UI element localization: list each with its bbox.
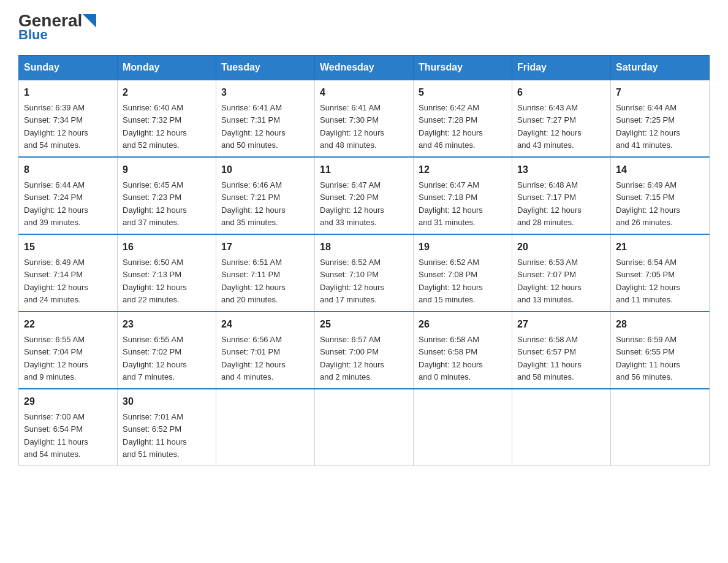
calendar-cell: 16 Sunrise: 6:50 AMSunset: 7:13 PMDaylig… — [118, 234, 216, 312]
day-number: 29 — [24, 394, 112, 409]
calendar-cell — [216, 389, 315, 466]
day-info: Sunrise: 6:51 AMSunset: 7:11 PMDaylight:… — [221, 258, 286, 304]
calendar-cell: 28 Sunrise: 6:59 AMSunset: 6:55 PMDaylig… — [611, 312, 710, 389]
day-number: 10 — [221, 163, 309, 177]
day-info: Sunrise: 6:58 AMSunset: 6:58 PMDaylight:… — [419, 335, 483, 381]
day-number: 23 — [123, 317, 211, 332]
calendar-cell: 23 Sunrise: 6:55 AMSunset: 7:02 PMDaylig… — [118, 312, 216, 389]
calendar-cell: 20 Sunrise: 6:53 AMSunset: 7:07 PMDaylig… — [512, 234, 611, 312]
day-info: Sunrise: 6:43 AMSunset: 7:27 PMDaylight:… — [517, 103, 582, 150]
day-number: 6 — [517, 85, 605, 100]
day-number: 19 — [419, 240, 507, 255]
day-number: 9 — [123, 163, 211, 177]
calendar-cell: 6 Sunrise: 6:43 AMSunset: 7:27 PMDayligh… — [512, 80, 611, 157]
page-header: General Blue — [18, 12, 710, 43]
day-info: Sunrise: 6:56 AMSunset: 7:01 PMDaylight:… — [221, 335, 286, 381]
calendar-cell: 21 Sunrise: 6:54 AMSunset: 7:05 PMDaylig… — [611, 234, 710, 312]
day-info: Sunrise: 6:42 AMSunset: 7:28 PMDaylight:… — [419, 103, 483, 150]
day-info: Sunrise: 6:41 AMSunset: 7:30 PMDaylight:… — [320, 103, 384, 150]
week-row-1: 1 Sunrise: 6:39 AMSunset: 7:34 PMDayligh… — [19, 80, 710, 157]
day-info: Sunrise: 6:49 AMSunset: 7:15 PMDaylight:… — [616, 180, 680, 227]
logo-blue-text: Blue — [18, 27, 48, 43]
day-info: Sunrise: 6:57 AMSunset: 7:00 PMDaylight:… — [320, 335, 384, 381]
day-number: 1 — [24, 85, 112, 100]
svg-marker-0 — [83, 14, 96, 28]
logo-triangle-icon — [83, 14, 96, 28]
day-info: Sunrise: 6:50 AMSunset: 7:13 PMDaylight:… — [123, 258, 187, 304]
calendar-cell: 25 Sunrise: 6:57 AMSunset: 7:00 PMDaylig… — [315, 312, 414, 389]
weekday-header-friday: Friday — [512, 56, 611, 80]
calendar-cell: 11 Sunrise: 6:47 AMSunset: 7:20 PMDaylig… — [315, 157, 414, 234]
day-info: Sunrise: 7:01 AMSunset: 6:52 PMDaylight:… — [123, 412, 187, 459]
day-number: 14 — [616, 163, 704, 177]
day-info: Sunrise: 6:53 AMSunset: 7:07 PMDaylight:… — [517, 258, 582, 304]
day-info: Sunrise: 6:39 AMSunset: 7:34 PMDaylight:… — [24, 103, 88, 150]
calendar-cell: 8 Sunrise: 6:44 AMSunset: 7:24 PMDayligh… — [19, 157, 118, 234]
calendar-cell: 24 Sunrise: 6:56 AMSunset: 7:01 PMDaylig… — [216, 312, 315, 389]
day-info: Sunrise: 6:59 AMSunset: 6:55 PMDaylight:… — [616, 335, 680, 381]
day-number: 27 — [517, 317, 605, 332]
day-number: 7 — [616, 85, 704, 100]
calendar-cell: 1 Sunrise: 6:39 AMSunset: 7:34 PMDayligh… — [19, 80, 118, 157]
day-info: Sunrise: 6:52 AMSunset: 7:08 PMDaylight:… — [419, 258, 483, 304]
calendar-table: SundayMondayTuesdayWednesdayThursdayFrid… — [18, 55, 710, 466]
calendar-cell: 12 Sunrise: 6:47 AMSunset: 7:18 PMDaylig… — [414, 157, 512, 234]
day-info: Sunrise: 6:55 AMSunset: 7:04 PMDaylight:… — [24, 335, 88, 381]
calendar-cell: 14 Sunrise: 6:49 AMSunset: 7:15 PMDaylig… — [611, 157, 710, 234]
day-number: 21 — [616, 240, 704, 255]
day-number: 20 — [517, 240, 605, 255]
weekday-header-monday: Monday — [118, 56, 216, 80]
weekday-header-row: SundayMondayTuesdayWednesdayThursdayFrid… — [19, 56, 710, 80]
calendar-cell: 18 Sunrise: 6:52 AMSunset: 7:10 PMDaylig… — [315, 234, 414, 312]
day-number: 12 — [419, 163, 507, 177]
calendar-cell: 3 Sunrise: 6:41 AMSunset: 7:31 PMDayligh… — [216, 80, 315, 157]
calendar-cell: 19 Sunrise: 6:52 AMSunset: 7:08 PMDaylig… — [414, 234, 512, 312]
day-number: 13 — [517, 163, 605, 177]
day-number: 11 — [320, 163, 408, 177]
calendar-cell: 2 Sunrise: 6:40 AMSunset: 7:32 PMDayligh… — [118, 80, 216, 157]
day-number: 24 — [221, 317, 309, 332]
calendar-cell — [414, 389, 512, 466]
calendar-cell: 17 Sunrise: 6:51 AMSunset: 7:11 PMDaylig… — [216, 234, 315, 312]
day-number: 3 — [221, 85, 309, 100]
week-row-3: 15 Sunrise: 6:49 AMSunset: 7:14 PMDaylig… — [19, 234, 710, 312]
calendar-cell: 26 Sunrise: 6:58 AMSunset: 6:58 PMDaylig… — [414, 312, 512, 389]
day-info: Sunrise: 7:00 AMSunset: 6:54 PMDaylight:… — [24, 412, 88, 459]
day-info: Sunrise: 6:55 AMSunset: 7:02 PMDaylight:… — [123, 335, 187, 381]
week-row-5: 29 Sunrise: 7:00 AMSunset: 6:54 PMDaylig… — [19, 389, 710, 466]
day-number: 4 — [320, 85, 408, 100]
day-info: Sunrise: 6:47 AMSunset: 7:20 PMDaylight:… — [320, 180, 384, 227]
day-info: Sunrise: 6:54 AMSunset: 7:05 PMDaylight:… — [616, 258, 680, 304]
week-row-4: 22 Sunrise: 6:55 AMSunset: 7:04 PMDaylig… — [19, 312, 710, 389]
weekday-header-thursday: Thursday — [414, 56, 512, 80]
day-number: 5 — [419, 85, 507, 100]
weekday-header-sunday: Sunday — [19, 56, 118, 80]
day-number: 18 — [320, 240, 408, 255]
day-info: Sunrise: 6:52 AMSunset: 7:10 PMDaylight:… — [320, 258, 384, 304]
day-number: 28 — [616, 317, 704, 332]
calendar-cell: 29 Sunrise: 7:00 AMSunset: 6:54 PMDaylig… — [19, 389, 118, 466]
day-number: 8 — [24, 163, 112, 177]
day-info: Sunrise: 6:40 AMSunset: 7:32 PMDaylight:… — [123, 103, 187, 150]
day-info: Sunrise: 6:46 AMSunset: 7:21 PMDaylight:… — [221, 180, 286, 227]
day-info: Sunrise: 6:47 AMSunset: 7:18 PMDaylight:… — [419, 180, 483, 227]
weekday-header-saturday: Saturday — [611, 56, 710, 80]
calendar-cell: 4 Sunrise: 6:41 AMSunset: 7:30 PMDayligh… — [315, 80, 414, 157]
calendar-cell — [512, 389, 611, 466]
calendar-cell — [611, 389, 710, 466]
day-number: 15 — [24, 240, 112, 255]
day-info: Sunrise: 6:58 AMSunset: 6:57 PMDaylight:… — [517, 335, 582, 381]
week-row-2: 8 Sunrise: 6:44 AMSunset: 7:24 PMDayligh… — [19, 157, 710, 234]
calendar-cell: 30 Sunrise: 7:01 AMSunset: 6:52 PMDaylig… — [118, 389, 216, 466]
calendar-cell: 22 Sunrise: 6:55 AMSunset: 7:04 PMDaylig… — [19, 312, 118, 389]
calendar-cell: 27 Sunrise: 6:58 AMSunset: 6:57 PMDaylig… — [512, 312, 611, 389]
day-info: Sunrise: 6:48 AMSunset: 7:17 PMDaylight:… — [517, 180, 582, 227]
day-info: Sunrise: 6:41 AMSunset: 7:31 PMDaylight:… — [221, 103, 286, 150]
weekday-header-wednesday: Wednesday — [315, 56, 414, 80]
day-number: 16 — [123, 240, 211, 255]
calendar-cell: 5 Sunrise: 6:42 AMSunset: 7:28 PMDayligh… — [414, 80, 512, 157]
day-info: Sunrise: 6:49 AMSunset: 7:14 PMDaylight:… — [24, 258, 88, 304]
calendar-cell: 15 Sunrise: 6:49 AMSunset: 7:14 PMDaylig… — [19, 234, 118, 312]
day-number: 17 — [221, 240, 309, 255]
day-info: Sunrise: 6:44 AMSunset: 7:25 PMDaylight:… — [616, 103, 680, 150]
